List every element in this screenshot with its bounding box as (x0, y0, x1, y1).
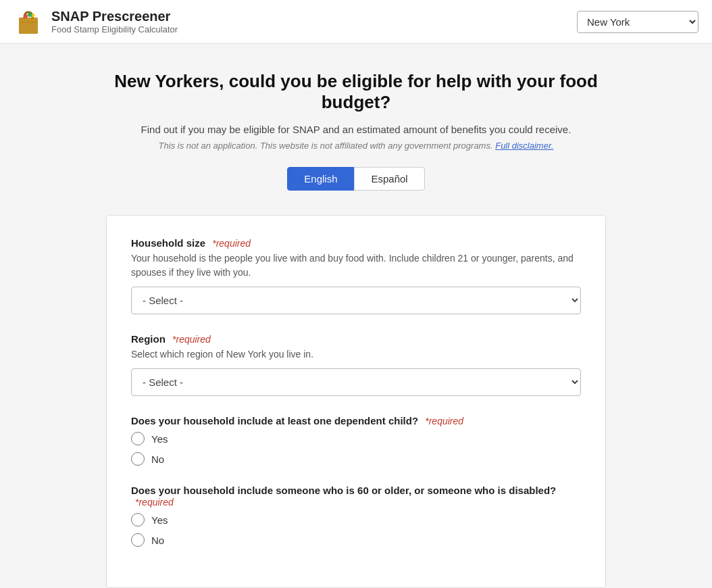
household-size-label: Household size *required (131, 237, 581, 249)
elderly-disabled-no-radio[interactable] (131, 533, 145, 547)
disclaimer-text: This is not an application. This website… (106, 141, 606, 151)
elderly-disabled-no-option[interactable]: No (131, 533, 581, 547)
household-size-select[interactable]: - Select - 1 2 3 4 5 6 7 8+ (131, 287, 581, 314)
elderly-disabled-label: Does your household include someone who … (131, 485, 581, 508)
disclaimer-body: This is not an application. This website… (159, 141, 493, 151)
svg-rect-4 (32, 14, 34, 18)
espanol-button[interactable]: Español (354, 167, 424, 191)
dependent-child-no-label: No (151, 454, 164, 465)
svg-rect-5 (19, 22, 38, 23)
household-size-desc: Your household is the people you live wi… (131, 251, 581, 280)
dependent-child-no-option[interactable]: No (131, 452, 581, 466)
main-content: New Yorkers, could you be eligible for h… (93, 44, 619, 588)
elderly-disabled-required: *required (135, 497, 174, 508)
app-subtitle: Food Stamp Eligibility Calculator (51, 24, 178, 34)
region-group: Region *required Select which region of … (131, 333, 581, 396)
svg-point-3 (28, 13, 32, 17)
state-selector[interactable]: New York California Texas Florida (577, 11, 698, 33)
form-card: Household size *required Your household … (106, 215, 606, 588)
dependent-child-yes-option[interactable]: Yes (131, 432, 581, 445)
dependent-child-yes-radio[interactable] (131, 432, 145, 445)
page-title: New Yorkers, could you be eligible for h… (106, 71, 606, 113)
disclaimer-link[interactable]: Full disclaimer. (495, 141, 553, 151)
app-title: SNAP Prescreener (51, 9, 178, 24)
region-required: *required (172, 334, 211, 345)
household-size-required: *required (212, 238, 251, 249)
elderly-disabled-yes-label: Yes (151, 514, 168, 526)
household-size-group: Household size *required Your household … (131, 237, 581, 314)
dependent-child-yes-label: Yes (151, 433, 168, 445)
app-logo-icon (14, 7, 43, 36)
main-description: Find out if you may be eligible for SNAP… (106, 124, 606, 135)
elderly-disabled-group: Does your household include someone who … (131, 485, 581, 547)
dependent-child-required: *required (425, 416, 463, 426)
svg-rect-1 (19, 18, 38, 34)
dependent-child-no-radio[interactable] (131, 452, 145, 466)
elderly-disabled-radio-group: Yes No (131, 513, 581, 547)
elderly-disabled-no-label: No (151, 535, 164, 546)
dependent-child-group: Does your household include at least one… (131, 415, 581, 466)
english-button[interactable]: English (287, 167, 354, 191)
region-select[interactable]: - Select - New York City Rest of State (131, 368, 581, 396)
header-brand: SNAP Prescreener Food Stamp Eligibility … (14, 7, 178, 36)
dependent-child-radio-group: Yes No (131, 432, 581, 466)
svg-point-2 (24, 14, 28, 18)
region-desc: Select which region of New York you live… (131, 347, 581, 362)
app-header: SNAP Prescreener Food Stamp Eligibility … (0, 0, 712, 44)
language-toggle: English Español (106, 167, 606, 191)
elderly-disabled-yes-radio[interactable] (131, 513, 145, 526)
elderly-disabled-yes-option[interactable]: Yes (131, 513, 581, 526)
region-label: Region *required (131, 333, 581, 345)
dependent-child-label: Does your household include at least one… (131, 415, 581, 426)
